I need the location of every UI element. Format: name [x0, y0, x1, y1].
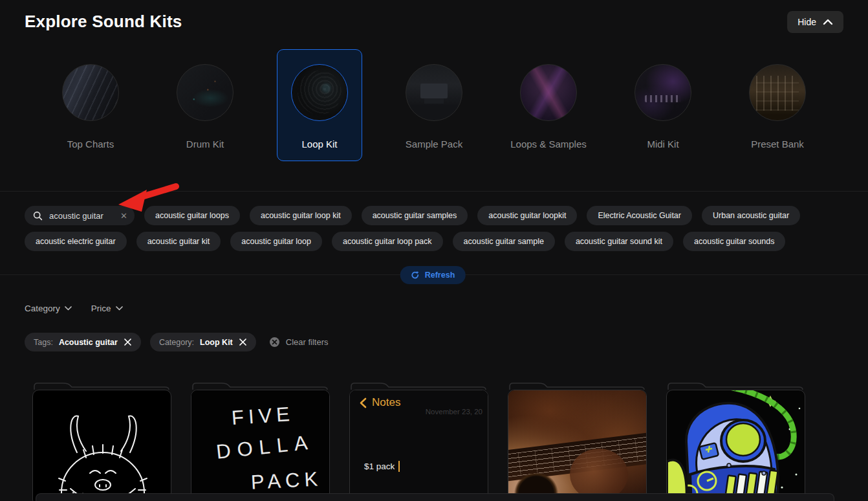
category-dropdown[interactable]: Category [25, 304, 72, 313]
category-label: Midi Kit [647, 139, 678, 150]
bottom-panel-edge [36, 493, 834, 501]
guitar-photo-artwork [508, 390, 647, 501]
chevron-down-icon [116, 306, 123, 311]
product-card[interactable] [32, 381, 171, 501]
search-clear-icon[interactable]: ✕ [120, 212, 127, 220]
category-selector: Top Charts Drum Kit Loop Kit Sample Pack… [0, 36, 868, 191]
folder-tab-icon [32, 381, 171, 390]
monster-artwork [32, 390, 171, 501]
remove-filter-icon[interactable] [124, 338, 132, 346]
note-text: $1 pack [364, 462, 395, 471]
chip-value: Acoustic guitar [59, 338, 118, 347]
category-card-preset-bank[interactable]: Preset Bank [735, 49, 820, 161]
clear-filters-button[interactable]: Clear filters [269, 337, 329, 348]
search-box[interactable]: ✕ [25, 206, 135, 225]
tag-pill[interactable]: acoustic guitar loop [230, 232, 322, 251]
product-card[interactable] [508, 381, 647, 501]
refresh-divider: Refresh [0, 274, 868, 275]
clear-filters-icon [269, 337, 280, 348]
hide-button[interactable]: Hide [787, 11, 843, 33]
tag-pill[interactable]: acoustic guitar kit [136, 232, 221, 251]
tag-pill[interactable]: acoustic guitar sample [453, 232, 555, 251]
remove-filter-icon[interactable] [239, 338, 247, 346]
notes-screenshot-artwork: Notes November 23, 20 $1 pack [349, 390, 488, 501]
tag-pill[interactable]: acoustic guitar loop pack [332, 232, 443, 251]
top-charts-image [62, 64, 119, 121]
text-caret [398, 461, 400, 472]
tag-pill[interactable]: acoustic guitar loopkit [477, 206, 577, 225]
refresh-label: Refresh [425, 271, 455, 280]
refresh-icon [411, 271, 420, 280]
artwork-text: PACK [250, 467, 323, 495]
category-label: Preset Bank [751, 139, 804, 150]
preset-bank-image [749, 64, 806, 121]
drum-kit-image [177, 64, 233, 121]
tag-pill[interactable]: acoustic guitar loop kit [250, 206, 352, 225]
chip-prefix: Category: [159, 338, 194, 347]
category-card-drum-kit[interactable]: Drum Kit [162, 49, 248, 161]
category-card-top-charts[interactable]: Top Charts [48, 49, 133, 161]
notes-back-label: Notes [372, 396, 400, 409]
rocket-artwork [666, 390, 805, 501]
category-label: Drum Kit [186, 139, 224, 150]
chevron-down-icon [65, 306, 72, 311]
tag-pill[interactable]: Urban acoustic guitar [702, 206, 800, 225]
chevron-up-icon [823, 19, 833, 25]
chip-value: Loop Kit [200, 338, 233, 347]
price-dropdown[interactable]: Price [91, 304, 123, 313]
back-chevron-icon [360, 397, 367, 408]
folder-tab-icon [508, 381, 647, 390]
sample-pack-image [406, 64, 462, 121]
folder-tab-icon [191, 381, 330, 390]
folder-tab-icon [349, 381, 488, 390]
notes-date: November 23, 20 [426, 408, 483, 416]
artwork-text: DOLLA [215, 430, 316, 464]
refresh-button[interactable]: Refresh [400, 266, 466, 284]
search-section: ✕ acoustic guitar loops acoustic guitar … [0, 191, 868, 251]
product-card[interactable]: FIVE DOLLA PACK [191, 381, 330, 501]
category-card-sample-pack[interactable]: Sample Pack [391, 49, 477, 161]
filter-chip-tags: Tags: Acoustic guitar [25, 333, 141, 351]
loops-samples-image [520, 64, 577, 121]
category-label: Top Charts [67, 139, 114, 150]
category-card-midi-kit[interactable]: Midi Kit [620, 49, 706, 161]
loop-kit-image [291, 64, 348, 121]
tag-pill[interactable]: acoustic guitar samples [362, 206, 468, 225]
header: Explore Sound Kits Hide [0, 0, 868, 36]
search-icon [33, 211, 43, 221]
product-card[interactable] [666, 381, 805, 501]
category-card-loop-kit[interactable]: Loop Kit [277, 49, 362, 161]
results-grid: FIVE DOLLA PACK Notes November 23, 20 $1… [0, 351, 868, 501]
product-card[interactable]: Notes November 23, 20 $1 pack [349, 381, 488, 501]
artwork-text: FIVE [231, 403, 295, 430]
search-input[interactable] [49, 211, 114, 221]
page-title: Explore Sound Kits [25, 12, 182, 32]
tag-pill[interactable]: acoustic electric guitar [25, 232, 127, 251]
midi-kit-image [635, 64, 691, 121]
clear-filters-label: Clear filters [286, 337, 329, 347]
tag-pill[interactable]: acoustic guitar sound kit [565, 232, 673, 251]
filter-chip-category: Category: Loop Kit [150, 333, 256, 351]
price-dropdown-label: Price [91, 304, 111, 313]
five-dolla-pack-artwork: FIVE DOLLA PACK [191, 390, 330, 501]
tag-pill[interactable]: acoustic guitar loops [144, 206, 240, 225]
folder-tab-icon [666, 381, 805, 390]
category-label: Sample Pack [406, 139, 462, 150]
category-dropdown-label: Category [25, 304, 60, 313]
hide-button-label: Hide [797, 17, 816, 27]
category-card-loops-samples[interactable]: Loops & Samples [506, 49, 591, 161]
active-filters-row: Tags: Acoustic guitar Category: Loop Kit… [0, 313, 868, 351]
category-label: Loop Kit [301, 139, 337, 150]
category-label: Loops & Samples [510, 139, 587, 150]
tag-pill[interactable]: Electric Acoustic Guitar [587, 206, 692, 225]
chip-prefix: Tags: [34, 338, 53, 347]
tag-pill[interactable]: acoustic guitar sounds [683, 232, 785, 251]
